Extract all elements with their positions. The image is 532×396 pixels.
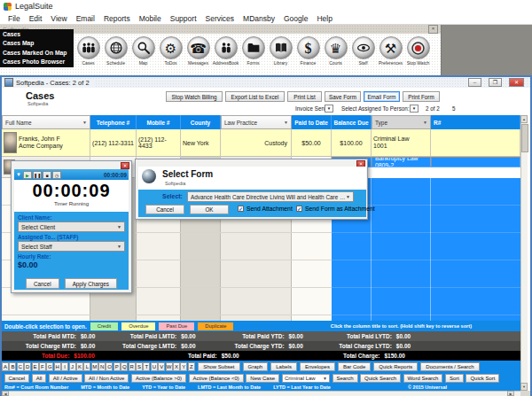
letter-filter-button[interactable]: H: [54, 362, 61, 371]
vertical-scroll-thumb[interactable]: [521, 124, 528, 152]
table-row-cell-type[interactable]: Criminal Law1001: [372, 129, 431, 157]
letter-filter-button[interactable]: C: [17, 362, 24, 371]
letter-filter-button[interactable]: L: [83, 362, 90, 371]
vertical-scrollbar[interactable]: [520, 115, 528, 391]
scroll-right-icon[interactable]: ▶: [507, 391, 514, 396]
toolbar-button-messages[interactable]: ☎ Messages: [184, 36, 212, 66]
apply-charges-button[interactable]: Apply Charges: [65, 278, 117, 289]
letter-filter-button[interactable]: I: [61, 362, 68, 371]
stop-icon[interactable]: ■: [43, 171, 51, 179]
letter-filter-button[interactable]: V: [158, 362, 165, 371]
table-row-cell-name[interactable]: Franks, John FAcme Company: [2, 129, 90, 157]
print-list-button[interactable]: Print List: [287, 91, 322, 102]
table-row-cell-telephone[interactable]: (212) 112-3311: [90, 129, 137, 157]
letter-filter-button[interactable]: X: [173, 362, 180, 371]
subset-button[interactable]: Quick Reports: [373, 362, 418, 371]
export-list-button[interactable]: Export List to Excel: [225, 91, 285, 102]
play-icon[interactable]: ▶: [23, 171, 32, 179]
menu-item[interactable]: View: [46, 14, 71, 23]
print-form-button[interactable]: Print Form: [403, 91, 440, 102]
save-form-button[interactable]: Save Form: [325, 91, 361, 102]
filter-button[interactable]: New Case: [246, 374, 279, 383]
email-form-button[interactable]: Email Form: [364, 91, 400, 102]
filter-button[interactable]: All / Non Active: [84, 374, 129, 383]
subset-button[interactable]: Graph: [243, 362, 269, 371]
filter-button[interactable]: Active (Balance >0): [131, 374, 186, 383]
menu-item[interactable]: Google: [279, 14, 312, 23]
subset-button[interactable]: Labels: [270, 362, 297, 371]
maximize-icon[interactable]: ❐: [489, 78, 502, 87]
menu-item[interactable]: Help: [312, 14, 336, 23]
column-header-r-number[interactable]: R#: [431, 115, 520, 129]
scroll-down-icon[interactable]: ▼: [520, 383, 528, 391]
minimize-icon[interactable]: –: [468, 78, 481, 87]
menu-item[interactable]: MDansby: [239, 14, 279, 23]
search-button[interactable]: Sort: [445, 374, 464, 383]
menu-item[interactable]: Mobile: [135, 14, 166, 23]
menu-item[interactable]: Support: [166, 14, 201, 23]
letter-filter-button[interactable]: N: [98, 362, 106, 371]
letter-filter-button[interactable]: R: [129, 362, 136, 371]
search-button[interactable]: Word Search: [403, 374, 443, 383]
select-staff-dropdown[interactable]: Select Staff▼: [18, 241, 125, 252]
letter-filter-button[interactable]: Z: [188, 362, 195, 371]
letter-filter-button[interactable]: E: [32, 362, 39, 371]
send-form-attachment-checkbox[interactable]: ✓: [296, 206, 302, 212]
letter-filter-button[interactable]: D: [24, 362, 31, 371]
subset-button[interactable]: Show Subset: [198, 362, 239, 371]
toolbar-button-cases[interactable]: Cases: [74, 36, 102, 66]
column-header-paid-to-date[interactable]: Paid to Date: [292, 115, 332, 129]
table-row-cell-balance[interactable]: $100.00: [332, 129, 372, 157]
subset-button[interactable]: Envelopes: [300, 362, 335, 371]
menu-item[interactable]: Email: [72, 14, 99, 23]
column-header-mobile[interactable]: Mobile #: [137, 115, 181, 129]
letter-filter-button[interactable]: U: [151, 362, 158, 371]
letter-filter-button[interactable]: T: [143, 362, 150, 371]
column-header-balance-due[interactable]: Balance Due: [332, 115, 372, 129]
letter-filter-button[interactable]: K: [76, 362, 83, 371]
letter-filter-button[interactable]: S: [136, 362, 143, 371]
table-row-cell-law-practice[interactable]: Custody: [221, 129, 292, 157]
ok-button[interactable]: OK: [190, 205, 229, 214]
toolbar-button-todos[interactable]: ⚙ ToDos: [157, 36, 184, 66]
toolbar-button-map[interactable]: Map: [129, 36, 157, 66]
scroll-up-icon[interactable]: ▲: [520, 115, 528, 123]
letter-filter-button[interactable]: J: [69, 362, 76, 371]
letter-filter-button[interactable]: B: [9, 362, 16, 371]
column-header-telephone[interactable]: Telephone #: [90, 115, 137, 129]
toolbar-button-courts[interactable]: ♛ Courts: [322, 36, 349, 66]
letter-filter-button[interactable]: F: [39, 362, 46, 371]
subset-button[interactable]: Documents / Search: [420, 362, 479, 371]
filter-button[interactable]: All / Active: [49, 374, 82, 383]
menu-item[interactable]: Reports: [99, 14, 135, 23]
launcher-menu-item[interactable]: Cases Map: [3, 39, 74, 48]
filter-button[interactable]: Cancel: [4, 374, 30, 383]
letter-filter-button[interactable]: A: [2, 362, 9, 371]
launcher-menu-item[interactable]: Cases: [3, 30, 74, 39]
table-row-cell-mobile[interactable]: (212) 112-4433: [137, 129, 181, 157]
filter-button[interactable]: All: [32, 374, 47, 383]
clock-icon[interactable]: ◷: [52, 171, 61, 179]
table-row-cell-paid[interactable]: $50.00: [292, 129, 332, 157]
menu-item[interactable]: File: [4, 14, 25, 23]
toolbar-button-stopwatch[interactable]: Stop Watch: [404, 36, 432, 66]
cancel-button[interactable]: Cancel: [145, 205, 184, 214]
close-icon[interactable]: ✕: [121, 162, 129, 169]
column-header-type[interactable]: Type▼: [372, 115, 431, 129]
letter-filter-button[interactable]: M: [91, 362, 98, 371]
menu-item[interactable]: Edit: [25, 14, 47, 23]
select-client-dropdown[interactable]: Select Client▼: [18, 221, 125, 232]
assigned-person-dropdown[interactable]: ▼: [410, 105, 419, 113]
launcher-menu-item[interactable]: Cases Photo Browser: [3, 58, 74, 66]
timer-titlebar[interactable]: ▼ ▶ ❚❚ ■ ◷ 00:00:09: [14, 169, 129, 180]
column-header-law-practice[interactable]: Law Practice▼: [221, 115, 292, 129]
letter-filter-button[interactable]: O: [106, 362, 113, 371]
chevron-down-icon[interactable]: ▼: [16, 172, 21, 177]
toolbar-button-preferences[interactable]: ⚒ Preferences: [377, 36, 404, 66]
launcher-close-icon[interactable]: ×: [428, 25, 438, 34]
pause-icon[interactable]: ❚❚: [33, 171, 42, 179]
toolbar-button-finance[interactable]: $ Finance: [294, 36, 322, 66]
menu-item[interactable]: Services: [201, 14, 239, 23]
toolbar-button-addressbook[interactable]: AddressBook: [212, 36, 239, 66]
letter-filter-button[interactable]: Q: [121, 362, 128, 371]
